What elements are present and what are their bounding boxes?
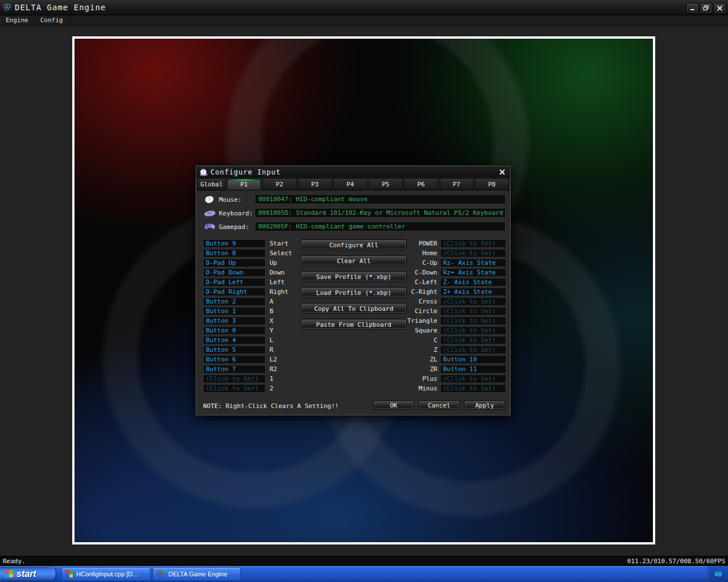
mapping-field[interactable]: Button 0	[203, 326, 266, 335]
taskbar-task-hconfiginput[interactable]: HConfigInput.cpp [D...	[61, 567, 151, 581]
mapping-field[interactable]: Z+ Axis State	[440, 288, 506, 296]
mapping-row: C-Left Z- Axis State	[401, 278, 506, 286]
mapping-field[interactable]: (Click to Set)	[440, 297, 506, 306]
mapping-field[interactable]: Button 1	[203, 307, 266, 315]
mapping-field[interactable]: Button 3	[203, 317, 266, 325]
mapping-field[interactable]: (Click to Set)	[203, 375, 266, 383]
mapping-field[interactable]: Button 4	[203, 336, 266, 344]
mapping-row: Triangle (Click to Set)	[401, 317, 506, 325]
mapping-field[interactable]: Button 8	[203, 249, 266, 257]
menu-item[interactable]: Config	[35, 15, 69, 25]
action-button[interactable]: Clear All	[301, 255, 407, 266]
keyboard-device-row: Keyboard: 0001005D: Standard 101/102-Key…	[202, 208, 507, 219]
mapping-field[interactable]: (Click to Set)	[440, 346, 506, 354]
mapping-label: R	[270, 346, 274, 354]
ok-button[interactable]: OK	[373, 400, 414, 410]
start-button[interactable]: start	[0, 566, 55, 582]
mapping-field[interactable]: Button 2	[203, 297, 266, 306]
taskbar-task-delta-engine[interactable]: DELTA Game Engine	[152, 567, 241, 581]
tray-meter: 48	[714, 571, 722, 578]
mapping-label: Z	[401, 346, 437, 354]
action-buttons: Configure AllClear AllSave Profile (*.xb…	[301, 239, 407, 335]
tab[interactable]: P5	[369, 178, 403, 190]
mapping-field[interactable]: (Click to Set)	[440, 249, 506, 257]
mapping-label: Triangle	[401, 317, 437, 325]
action-button[interactable]: Configure All	[301, 239, 407, 250]
gamepad-icon	[204, 222, 216, 232]
mapping-field[interactable]: Rz+ Axis State	[440, 268, 506, 277]
mapping-row: Button 1 B	[203, 307, 292, 315]
mapping-row: D-Pad Right Right	[203, 288, 292, 296]
mouse-icon	[204, 194, 215, 205]
keyboard-label: Keyboard:	[219, 210, 253, 217]
mapping-label: ZR	[401, 365, 437, 373]
tab[interactable]: P6	[404, 178, 438, 190]
minimize-button[interactable]	[686, 3, 698, 13]
player-tabstrip: GlobalP1P2P3P4P5P6P7P8	[197, 178, 509, 190]
mapping-field[interactable]: (Click to Set)	[440, 375, 506, 383]
mapping-row: Button 4 L	[203, 336, 292, 344]
tab[interactable]: P1	[227, 178, 261, 190]
mapping-field[interactable]: D-Pad Up	[203, 259, 266, 267]
mapping-field[interactable]: Z- Axis State	[440, 278, 506, 286]
restore-icon	[703, 5, 709, 11]
restore-button[interactable]	[700, 3, 712, 13]
close-button[interactable]	[714, 3, 726, 13]
mapping-field[interactable]: (Click to Set)	[440, 384, 506, 393]
tab[interactable]: P8	[475, 178, 509, 190]
mapping-field[interactable]: (Click to Set)	[440, 326, 506, 335]
apply-button[interactable]: Apply	[464, 400, 505, 410]
mapping-field[interactable]: D-Pad Right	[203, 288, 266, 296]
mapping-row: Button 7 R2	[203, 365, 292, 373]
mapping-field[interactable]: Button 5	[203, 346, 266, 354]
mapping-label: Plus	[401, 375, 437, 383]
action-button[interactable]: Copy All To Clipboard	[301, 303, 407, 314]
menu-item[interactable]: Engine	[0, 15, 35, 25]
mapping-field[interactable]: Button 6	[203, 355, 266, 364]
statusbar: Ready. 011.23/010.57/008.50/60FPS	[0, 556, 728, 567]
start-label: start	[16, 569, 36, 579]
dialog-close-button[interactable]	[498, 168, 507, 176]
tab[interactable]: P7	[440, 178, 474, 190]
mapping-row: Plus (Click to Set)	[401, 375, 506, 383]
cancel-button[interactable]: Cancel	[419, 400, 460, 410]
mapping-field[interactable]: (Click to Set)	[440, 239, 506, 248]
mapping-field[interactable]: (Click to Set)	[203, 384, 266, 393]
mapping-row: Circle (Click to Set)	[401, 307, 506, 315]
mapping-field[interactable]: Button 11	[440, 365, 506, 373]
mapping-row: D-Pad Left Left	[203, 278, 292, 286]
mapping-label: Square	[401, 327, 437, 334]
gamepad-device-row: Gamepad: 0002005F: HID-compliant game co…	[202, 222, 507, 232]
mapping-field[interactable]: Rz- Axis State	[440, 259, 506, 267]
action-button[interactable]: Load Profile (*.xbp)	[301, 287, 407, 298]
mapping-row: D-Pad Down Down	[203, 268, 292, 277]
mapping-label: Cross	[401, 298, 437, 305]
action-button[interactable]: Save Profile (*.xbp)	[301, 271, 407, 282]
mapping-label: Down	[270, 269, 285, 276]
tab[interactable]: Global	[197, 178, 226, 190]
mapping-field[interactable]: (Click to Set)	[440, 336, 506, 344]
mapping-row: POWER (Click to Set)	[401, 239, 506, 248]
tab[interactable]: P2	[262, 178, 296, 190]
mapping-label: L2	[270, 356, 277, 363]
mapping-field[interactable]: (Click to Set)	[440, 307, 506, 315]
mapping-label: A	[270, 298, 274, 305]
action-button[interactable]: Paste From Clipboard	[301, 319, 407, 330]
tab[interactable]: P3	[298, 178, 332, 190]
mouse-device-field[interactable]: 00010047: HID-compliant mouse	[255, 194, 506, 204]
mapping-field[interactable]: Button 10	[440, 355, 506, 364]
mapping-field[interactable]: (Click to Set)	[440, 317, 506, 325]
mapping-row: Button 0 Y	[203, 326, 292, 335]
mapping-row: C (Click to Set)	[401, 336, 506, 344]
gamepad-device-field[interactable]: 0002005F: HID-compliant game controller	[255, 222, 506, 231]
mapping-row: ZR Button 11	[401, 365, 506, 373]
mapping-field[interactable]: Button 7	[203, 365, 266, 373]
mapping-label: 2	[270, 385, 274, 392]
keyboard-device-field[interactable]: 0001005D: Standard 101/102-Key or Micros…	[255, 208, 506, 218]
mapping-field[interactable]: D-Pad Left	[203, 278, 266, 286]
app-icon	[2, 3, 11, 12]
gamepad-label: Gamepad:	[219, 223, 249, 231]
mapping-field[interactable]: Button 9	[203, 239, 266, 248]
mapping-field[interactable]: D-Pad Down	[203, 268, 266, 277]
tab[interactable]: P4	[333, 178, 367, 190]
